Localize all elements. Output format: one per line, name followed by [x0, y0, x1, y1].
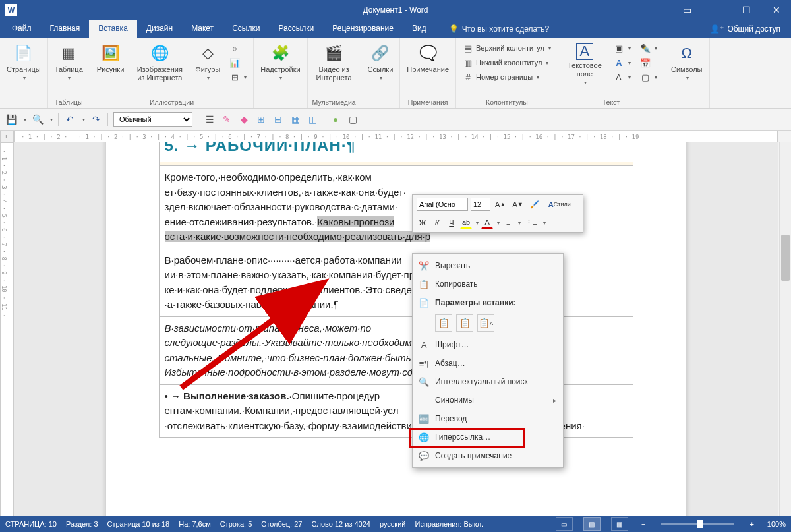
ctx-new-comment[interactable]: 💬Создать примечание	[413, 446, 563, 465]
style-select[interactable]: Обычный	[113, 112, 192, 127]
font-color-icon[interactable]: A	[481, 216, 493, 229]
symbols-button[interactable]: ΩСимволы▾	[667, 40, 707, 84]
links-button[interactable]: 🔗Ссылки▾	[364, 40, 397, 84]
underline-icon[interactable]: Ч	[446, 216, 457, 229]
tab-layout[interactable]: Макет	[182, 20, 223, 38]
qat-icon-3[interactable]: ◆	[238, 113, 250, 125]
screenshot-button[interactable]: ⊞▾	[227, 71, 249, 84]
ctx-smart-lookup[interactable]: 🔍Интеллектуальный поиск	[413, 372, 563, 391]
zoom-in[interactable]: +	[746, 520, 757, 528]
text-box-button[interactable]: AТекстовое поле▾	[561, 40, 608, 89]
tab-home[interactable]: Главная	[41, 20, 90, 38]
paste-text-only[interactable]: 📋A	[477, 314, 494, 332]
close-icon[interactable]: ✕	[761, 0, 791, 20]
ctx-paragraph[interactable]: ≡¶Абзац…	[413, 354, 563, 372]
ctx-hyperlink[interactable]: 🌐Гиперссылка…	[413, 428, 563, 446]
quick-parts-button[interactable]: ▣▾	[611, 42, 633, 55]
tab-review[interactable]: Рецензирование	[323, 20, 403, 38]
addins-button[interactable]: 🧩Надстройки▾	[256, 40, 304, 84]
tab-file[interactable]: Файл	[3, 20, 41, 38]
redo-icon[interactable]: ↷	[90, 113, 102, 125]
tab-view[interactable]: Вид	[403, 20, 436, 38]
zoom-out[interactable]: −	[637, 520, 649, 528]
qat-icon-1[interactable]: ☰	[204, 113, 216, 125]
status-pages[interactable]: Страница 10 из 18	[107, 520, 170, 528]
drop-cap-button[interactable]: A̲▾	[611, 71, 633, 84]
footer-button[interactable]: ▥Нижний колонтитул▾	[460, 56, 554, 69]
pictures-button[interactable]: 🖼️Рисунки	[93, 40, 129, 76]
status-lang[interactable]: русский	[380, 520, 405, 528]
scrollbar-thumb[interactable]	[781, 235, 790, 281]
qat-icon-2[interactable]: ✎	[221, 113, 233, 125]
tab-mailings[interactable]: Рассылки	[269, 20, 323, 38]
view-read-mode[interactable]: ▭	[556, 517, 573, 531]
view-web-layout[interactable]: ▦	[611, 517, 628, 531]
mini-styles[interactable]: AСтили	[544, 198, 573, 211]
view-print-layout[interactable]: ▤	[583, 517, 601, 531]
paste-merge[interactable]: 📋	[456, 314, 473, 332]
share-button[interactable]: 👤⁺Общий доступ	[699, 20, 791, 38]
numbering-icon[interactable]: ⋮≡	[523, 216, 539, 229]
status-page[interactable]: СТРАНИЦА: 10	[5, 520, 57, 528]
online-pictures-button[interactable]: 🌐Изображения из Интернета	[129, 40, 190, 85]
page-viewport[interactable]: 5. → РАБОЧИЙ·ПЛАН·¶ Кроме·того,·необходи…	[14, 142, 778, 516]
qat-icon-9[interactable]: ▢	[347, 113, 359, 125]
ctx-cut[interactable]: ✂️Вырезать	[413, 256, 563, 275]
signature-button[interactable]: ✒️▾	[637, 42, 660, 55]
ctx-translate[interactable]: 🔤Перевод	[413, 409, 563, 428]
bold-icon[interactable]: Ж	[417, 216, 428, 229]
qat-icon-6[interactable]: ▦	[289, 113, 301, 125]
tell-me[interactable]: 💡Что вы хотите сделать?	[449, 20, 550, 38]
tab-design[interactable]: Дизайн	[137, 20, 182, 38]
online-video-button[interactable]: 🎬Видео из Интернета	[310, 40, 358, 85]
ruler-vertical[interactable]: · 1 · 2 · 3 · 4 · 5 · 6 · 7 · 8 · 9 · 10…	[0, 142, 14, 516]
grow-font-icon[interactable]: A▲	[493, 198, 508, 211]
zoom-in-icon[interactable]: 🔍	[32, 113, 44, 125]
qat-icon-8[interactable]: ●	[330, 113, 341, 125]
page[interactable]: 5. → РАБОЧИЙ·ПЛАН·¶ Кроме·того,·необходи…	[106, 142, 686, 516]
comment-button[interactable]: 🗨️Примечание	[403, 40, 453, 76]
bullets-icon[interactable]: ≡	[502, 216, 514, 229]
status-line[interactable]: Строка: 5	[220, 520, 252, 528]
ctx-font[interactable]: AШрифт…	[413, 336, 563, 354]
ruler-horizontal[interactable]: · 1 · | · 2 · | · 1 · | · 2 · | · 3 · | …	[14, 131, 778, 142]
highlight-icon[interactable]: ab	[460, 216, 472, 229]
shrink-font-icon[interactable]: A▼	[510, 198, 525, 211]
undo-icon[interactable]: ↶	[64, 113, 76, 125]
mini-font-combo[interactable]	[417, 198, 468, 211]
italic-icon[interactable]: К	[431, 216, 443, 229]
smartart-button[interactable]: ⟐	[227, 42, 249, 55]
chart-button[interactable]: 📊	[227, 56, 249, 69]
object-button[interactable]: ▢▾	[637, 71, 660, 84]
status-at[interactable]: На: 7,6см	[179, 520, 211, 528]
format-painter-icon[interactable]: 🖌️	[528, 198, 541, 211]
zoom-slider[interactable]	[661, 523, 734, 525]
pages-button[interactable]: 📄Страницы▾	[3, 40, 45, 84]
tab-insert[interactable]: Вставка	[89, 20, 137, 38]
save-icon[interactable]: 💾	[5, 113, 17, 125]
table-button[interactable]: ▦Таблица▾	[51, 40, 87, 84]
shapes-button[interactable]: ◇Фигуры▾	[191, 40, 224, 84]
maximize-icon[interactable]: ☐	[732, 0, 761, 20]
ctx-synonyms[interactable]: Синонимы▸	[413, 391, 563, 409]
qat-icon-5[interactable]: ⊟	[272, 113, 284, 125]
zoom-handle[interactable]	[697, 520, 703, 528]
wordart-button[interactable]: A▾	[611, 56, 633, 69]
page-number-button[interactable]: #Номер страницы▾	[460, 71, 554, 84]
scrollbar-vertical[interactable]	[779, 142, 791, 516]
status-section[interactable]: Раздел: 3	[66, 520, 98, 528]
mini-size-combo[interactable]	[471, 198, 490, 211]
qat-icon-7[interactable]: ◫	[307, 113, 318, 125]
minimize-icon[interactable]: —	[702, 0, 732, 20]
status-track[interactable]: Исправления: Выкл.	[415, 520, 483, 528]
zoom-level[interactable]: 100%	[767, 520, 786, 528]
status-words[interactable]: Слово 12 из 4024	[311, 520, 370, 528]
status-col[interactable]: Столбец: 27	[261, 520, 302, 528]
ribbon-options-icon[interactable]: ▭	[672, 0, 702, 20]
paste-keep-formatting[interactable]: 📋	[435, 314, 452, 332]
ctx-copy[interactable]: 📋Копировать	[413, 275, 563, 293]
header-button[interactable]: ▤Верхний колонтитул▾	[460, 42, 554, 55]
tab-references[interactable]: Ссылки	[223, 20, 269, 38]
datetime-button[interactable]: 📅	[637, 56, 660, 69]
qat-icon-4[interactable]: ⊞	[255, 113, 267, 125]
